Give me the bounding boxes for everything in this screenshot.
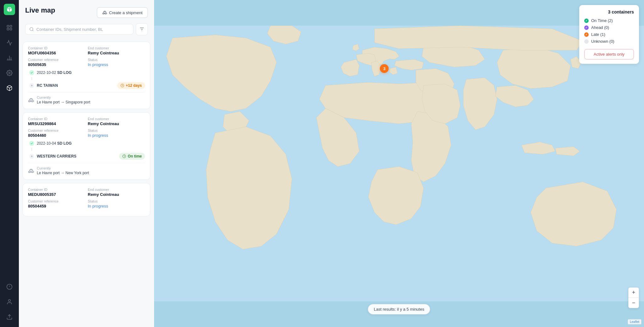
svg-point-8 xyxy=(9,72,10,74)
status-label-2: Status xyxy=(88,129,145,132)
currently-value-2: Le Havre port → New York port xyxy=(37,171,89,175)
search-box[interactable] xyxy=(25,24,133,35)
clock-icon-2 xyxy=(122,154,126,158)
end-customer-value-3: Remy Cointreau xyxy=(88,192,145,197)
zoom-in-button[interactable]: + xyxy=(629,288,639,298)
customer-ref-label-1: Customer reference xyxy=(28,58,85,62)
clock-icon-1 xyxy=(120,84,124,87)
container-id-label-3: Container ID xyxy=(28,188,85,191)
end-customer-label-2: End customer xyxy=(88,117,145,121)
svg-rect-0 xyxy=(7,25,9,27)
sidebar-item-analytics[interactable] xyxy=(3,36,16,49)
legend-dot-on-time: ✓ xyxy=(584,19,589,23)
sidebar-item-bar-chart[interactable] xyxy=(3,52,16,64)
timeline-dot-start-2 xyxy=(29,141,34,146)
ship-icon xyxy=(102,10,107,15)
sidebar-item-package[interactable] xyxy=(3,82,16,94)
sidebar-item-upload[interactable] xyxy=(3,311,16,323)
timeline-connector-1 xyxy=(31,77,32,80)
app-logo[interactable] xyxy=(4,4,15,15)
timeline-end-text-2: WESTERN CARRIERS xyxy=(37,154,76,158)
legend-label-on-time: On Time (2) xyxy=(591,18,613,23)
shipment-cards-list: Container ID MOFU0604356 End customer Re… xyxy=(19,39,154,327)
status-field-1: Status In progress xyxy=(88,58,145,67)
legend-item-on-time[interactable]: ✓ On Time (2) xyxy=(584,18,634,23)
containers-count-title: 3 containers xyxy=(584,9,634,14)
end-customer-field-2: End customer Remy Cointreau xyxy=(88,117,145,126)
end-customer-value-1: Remy Cointreau xyxy=(88,51,145,55)
map-cluster-pin[interactable]: 3 xyxy=(380,64,389,73)
create-shipment-label: Create a shipment xyxy=(109,10,142,15)
status-label-1: Status xyxy=(88,58,145,62)
map-pin-count: 3 xyxy=(383,66,386,71)
legend-item-unknown[interactable]: Unknown (0) xyxy=(584,39,634,44)
container-id-label-1: Container ID xyxy=(28,46,85,50)
sidebar-item-dashboard[interactable] xyxy=(3,21,16,34)
customer-ref-field-1: Customer reference 80505635 xyxy=(28,58,85,67)
shipment-card-1[interactable]: Container ID MOFU0604356 End customer Re… xyxy=(23,42,150,109)
filter-button[interactable] xyxy=(136,23,148,35)
legend-dot-ahead: ✓ xyxy=(584,25,589,30)
shipment-card-2[interactable]: Container ID MRSU3299864 End customer Re… xyxy=(23,112,150,180)
timeline-dot-start-1 xyxy=(29,70,34,75)
shipment-card-3[interactable]: Container ID MEDU8005357 End customer Re… xyxy=(23,183,150,216)
panel-header: Live map Create a shipment xyxy=(19,0,154,39)
svg-point-16 xyxy=(30,27,33,30)
ship-route-icon-2 xyxy=(28,168,34,174)
world-map xyxy=(154,0,644,327)
timeline-start-text-1: 2022-10-02 SD LOG xyxy=(37,70,72,75)
card-timeline-1: 2022-10-02 SD LOG RC TAIWAN +12 days xyxy=(28,70,145,89)
svg-point-23 xyxy=(31,156,32,157)
timeline-start-text-2: 2022-10-04 SD LOG xyxy=(37,141,72,146)
svg-point-13 xyxy=(8,300,11,302)
status-label-3: Status xyxy=(88,199,145,203)
search-input[interactable] xyxy=(36,27,129,32)
end-customer-field-3: End customer Remy Cointreau xyxy=(88,188,145,197)
status-badge-1: +12 days xyxy=(117,82,145,89)
status-field-3: Status In progress xyxy=(88,199,145,208)
create-shipment-button[interactable]: Create a shipment xyxy=(97,7,148,18)
customer-ref-label-3: Customer reference xyxy=(28,199,85,203)
currently-label-2: Currently xyxy=(37,166,89,170)
containers-panel: 3 containers ✓ On Time (2) ✓ Ahead (0) ✓… xyxy=(579,5,639,64)
container-id-label-2: Container ID xyxy=(28,117,85,121)
container-id-value-1: MOFU0604356 xyxy=(28,51,85,55)
timeline-start-1: 2022-10-02 SD LOG xyxy=(29,70,145,75)
zoom-controls: + − xyxy=(628,287,639,308)
svg-rect-2 xyxy=(7,28,9,30)
map-area[interactable]: 3 3 containers ✓ On Time (2) ✓ Ahead (0)… xyxy=(154,0,644,327)
svg-rect-3 xyxy=(10,28,12,30)
legend-dot-late: ✓ xyxy=(584,32,589,37)
status-value-2: In progress xyxy=(88,133,145,138)
card-timeline-2: 2022-10-04 SD LOG WESTERN CARRIERS On ti… xyxy=(28,141,145,160)
zoom-out-button[interactable]: − xyxy=(629,298,639,308)
legend-item-ahead[interactable]: ✓ Ahead (0) xyxy=(584,25,634,30)
legend-label-late: Late (1) xyxy=(591,32,605,37)
search-row xyxy=(25,23,148,35)
timeline-dot-end-1 xyxy=(29,83,34,88)
sidebar-item-user[interactable] xyxy=(3,296,16,308)
legend-item-late[interactable]: ✓ Late (1) xyxy=(584,32,634,37)
end-customer-value-2: Remy Cointreau xyxy=(88,121,145,126)
last-results-badge: Last results: il y a 5 minutes xyxy=(368,304,430,314)
leaflet-attribution: Leaflet xyxy=(628,319,641,324)
customer-ref-field-3: Customer reference 80504459 xyxy=(28,199,85,208)
status-badge-2: On time xyxy=(119,153,145,160)
container-id-field-3: Container ID MEDU8005357 xyxy=(28,188,85,197)
customer-ref-label-2: Customer reference xyxy=(28,129,85,132)
card-currently-2: Currently Le Havre port → New York port xyxy=(28,163,145,175)
container-id-value-2: MRSU3299864 xyxy=(28,121,85,126)
svg-rect-1 xyxy=(10,25,12,27)
page-title: Live map xyxy=(25,6,55,14)
active-alerts-button[interactable]: Active alerts only xyxy=(584,49,634,59)
timeline-connector-2 xyxy=(31,148,32,151)
svg-point-20 xyxy=(31,85,32,86)
sidebar-item-settings[interactable] xyxy=(3,67,16,79)
container-id-value-3: MEDU8005357 xyxy=(28,192,85,197)
last-results-text: Last results: il y a 5 minutes xyxy=(374,307,424,312)
legend-dot-unknown xyxy=(584,39,589,44)
customer-ref-field-2: Customer reference 80504460 xyxy=(28,129,85,138)
legend-label-ahead: Ahead (0) xyxy=(591,25,609,30)
sidebar-item-info[interactable] xyxy=(3,280,16,293)
customer-ref-value-2: 80504460 xyxy=(28,133,85,138)
